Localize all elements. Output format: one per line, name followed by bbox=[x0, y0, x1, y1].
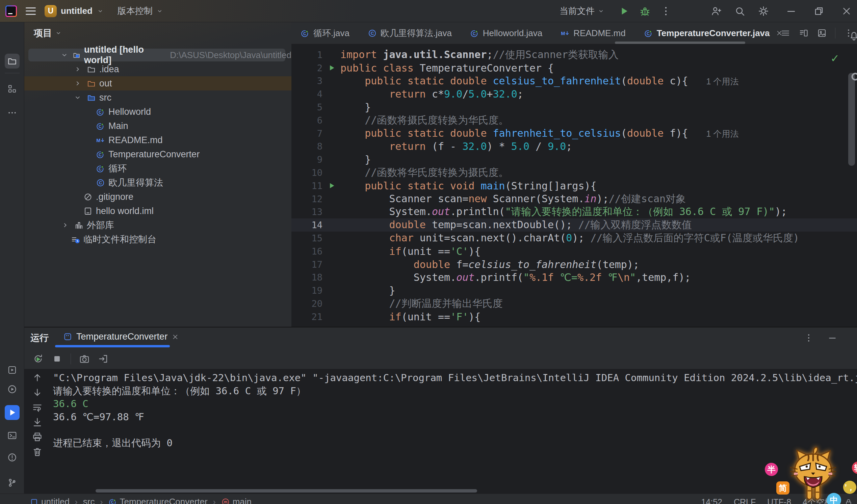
code-editor[interactable]: 1import java.util.Scanner;//使用Scanner类获取… bbox=[291, 44, 857, 327]
code-line-15[interactable]: 15 char unit=scan.next().charAt(0); //输入… bbox=[291, 232, 857, 245]
project-panel-header[interactable]: 项目 bbox=[24, 22, 291, 44]
status-item[interactable]: UTF-8 bbox=[767, 497, 791, 504]
split-editor-icon[interactable] bbox=[799, 28, 809, 38]
tree-item-临时文件和控制台[interactable]: 临时文件和控制台 bbox=[24, 232, 291, 247]
soft-wrap-icon[interactable] bbox=[32, 402, 43, 413]
minimize-button[interactable] bbox=[786, 5, 797, 17]
tree-item-.gitignore[interactable]: .gitignore bbox=[24, 190, 291, 204]
code-line-20[interactable]: 20 //判断温度并输出华氏度 bbox=[291, 297, 857, 310]
lock-icon[interactable] bbox=[844, 498, 853, 504]
problems-tool-window[interactable] bbox=[5, 450, 20, 465]
printer-icon[interactable] bbox=[32, 432, 43, 442]
usage-inlay-hint[interactable]: 1 个用法 bbox=[706, 129, 739, 138]
vcs-widget[interactable]: 版本控制 bbox=[118, 5, 164, 17]
usage-inlay-hint[interactable]: 1 个用法 bbox=[706, 77, 739, 86]
run-line-icon[interactable] bbox=[327, 181, 336, 190]
code-line-10[interactable]: 10 //函数将华氏度转换为摄氏度。 bbox=[291, 166, 857, 179]
code-line-1[interactable]: 1import java.util.Scanner;//使用Scanner类获取… bbox=[291, 48, 857, 62]
scroll-end-icon[interactable] bbox=[32, 417, 43, 428]
search-button[interactable] bbox=[734, 5, 745, 17]
console-horizontal-scrollbar[interactable] bbox=[96, 489, 477, 492]
arrow-up-icon[interactable] bbox=[32, 372, 43, 383]
tree-item-hello-world.iml[interactable]: hello world.iml bbox=[24, 204, 291, 218]
breadcrumb-item-main[interactable]: mmain bbox=[221, 497, 252, 504]
project-widget[interactable]: U untitled bbox=[45, 5, 104, 17]
settings-button[interactable] bbox=[758, 5, 769, 17]
more-actions-button[interactable] bbox=[660, 5, 672, 17]
run-line-icon[interactable] bbox=[327, 64, 336, 72]
structure-tool-window[interactable] bbox=[5, 81, 20, 96]
code-line-13[interactable]: 13 System.out.println("请输入要转换的温度和单位：（例如 … bbox=[291, 206, 857, 219]
tree-item-Main[interactable]: CMain bbox=[24, 119, 291, 133]
project-tool-window[interactable] bbox=[5, 54, 20, 69]
gradle-circle-icon[interactable] bbox=[850, 71, 857, 82]
trash-icon[interactable] bbox=[32, 446, 43, 457]
code-line-11[interactable]: 11 public static void main(String[]args)… bbox=[291, 179, 857, 192]
services-tool-window[interactable] bbox=[5, 363, 20, 377]
terminal-tool-window[interactable] bbox=[5, 428, 20, 443]
more-tool-windows[interactable] bbox=[5, 105, 20, 120]
run-tool-window[interactable] bbox=[5, 405, 20, 420]
close-button[interactable] bbox=[841, 5, 852, 17]
run-button[interactable] bbox=[618, 5, 630, 17]
editor-tab-README.md[interactable]: MREADME.md bbox=[551, 22, 635, 44]
code-line-21[interactable]: 21 if(unit =='F'){ bbox=[291, 310, 857, 323]
chevron-right-icon[interactable] bbox=[60, 221, 71, 230]
code-line-17[interactable]: 17 double f=celsius_to_fahrenheit(temp); bbox=[291, 258, 857, 271]
code-line-16[interactable]: 16 if(unit =='C'){ bbox=[291, 245, 857, 258]
chevron-down-icon[interactable] bbox=[72, 93, 83, 102]
camera-icon[interactable] bbox=[79, 353, 90, 364]
code-line-7[interactable]: 7 public static double fahrenheit_to_cel… bbox=[291, 127, 857, 140]
code-line-6[interactable]: 6 //函数将摄氏度转换为华氏度。 bbox=[291, 114, 857, 127]
tab-strip-scrollbar[interactable] bbox=[615, 41, 745, 44]
arrow-down-icon[interactable] bbox=[32, 387, 43, 398]
add-user-button[interactable] bbox=[710, 5, 722, 17]
tab-list-chevron-icon[interactable] bbox=[762, 28, 772, 38]
run-panel-kebab-icon[interactable] bbox=[804, 333, 814, 343]
tree-item-欧几里得算法[interactable]: C欧几里得算法 bbox=[24, 175, 291, 190]
stop-icon[interactable] bbox=[52, 353, 63, 364]
editor-tab-欧几里得算法.java[interactable]: C欧几里得算法.java bbox=[358, 22, 461, 44]
tab-menu-icon[interactable] bbox=[780, 28, 790, 38]
code-line-14[interactable]: 14 double temp=scan.nextDouble(); //输入双精… bbox=[291, 218, 857, 232]
hide-panel-icon[interactable] bbox=[827, 333, 837, 343]
code-line-18[interactable]: 18 System.out.printf("%.1f ℃=%.2f ℉\n",t… bbox=[291, 271, 857, 284]
run-config-widget[interactable]: 当前文件 bbox=[559, 5, 605, 17]
main-menu-icon[interactable] bbox=[26, 7, 36, 15]
run-anything[interactable] bbox=[5, 382, 20, 397]
tree-item-Helloworld[interactable]: CHelloworld bbox=[24, 105, 291, 119]
tree-item-.idea[interactable]: .idea bbox=[24, 62, 291, 76]
inspections-ok-icon[interactable]: ✓ bbox=[830, 52, 839, 65]
code-line-5[interactable]: 5 } bbox=[291, 101, 857, 114]
code-line-12[interactable]: 12 Scanner scan=new Scanner(System.in);/… bbox=[291, 192, 857, 206]
close-icon[interactable] bbox=[171, 333, 179, 341]
editor-scrollbar[interactable] bbox=[848, 73, 855, 166]
console-output[interactable]: "C:\Program Files\Java\jdk-22\bin\java.e… bbox=[53, 371, 850, 449]
chevron-right-icon[interactable] bbox=[72, 79, 83, 88]
chevron-right-icon[interactable] bbox=[72, 65, 83, 73]
status-item[interactable]: 14:52 bbox=[701, 497, 722, 504]
rerun-icon[interactable] bbox=[33, 353, 44, 364]
run-tab[interactable]: TemperatureConverter bbox=[55, 327, 187, 346]
tree-item-src[interactable]: src bbox=[24, 90, 291, 105]
tree-item-README.md[interactable]: MREADME.md bbox=[24, 133, 291, 147]
debug-button[interactable] bbox=[639, 5, 651, 17]
code-line-2[interactable]: 2public class TemperatureConverter { bbox=[291, 62, 857, 74]
editor-tab-Helloworld.java[interactable]: CHelloworld.java bbox=[461, 22, 551, 44]
notifications-bell-icon[interactable] bbox=[848, 30, 857, 41]
status-item[interactable]: CRLF bbox=[734, 497, 756, 504]
tree-item-外部库[interactable]: 外部库 bbox=[24, 218, 291, 232]
tree-item-out[interactable]: out bbox=[24, 76, 291, 90]
code-line-4[interactable]: 4 return c*9.0/5.0+32.0; bbox=[291, 87, 857, 101]
breadcrumb-item-TemperatureConverter[interactable]: CTemperatureConverter bbox=[108, 497, 208, 504]
editor-tab-循环.java[interactable]: C循环.java bbox=[291, 22, 358, 44]
code-line-9[interactable]: 9 } bbox=[291, 153, 857, 166]
kebab-icon[interactable] bbox=[117, 353, 128, 364]
chevron-down-icon[interactable] bbox=[60, 51, 69, 60]
tree-item-untitled-hello-world-[interactable]: untitled [hello world]D:\ASUS\Desktop\Ja… bbox=[24, 48, 291, 62]
preview-image-icon[interactable] bbox=[817, 28, 827, 38]
restore-button[interactable] bbox=[813, 5, 825, 17]
export-icon[interactable] bbox=[98, 353, 109, 364]
tree-item-循环[interactable]: C循环 bbox=[24, 161, 291, 175]
code-line-3[interactable]: 3 public static double celsius_to_fahren… bbox=[291, 74, 857, 88]
